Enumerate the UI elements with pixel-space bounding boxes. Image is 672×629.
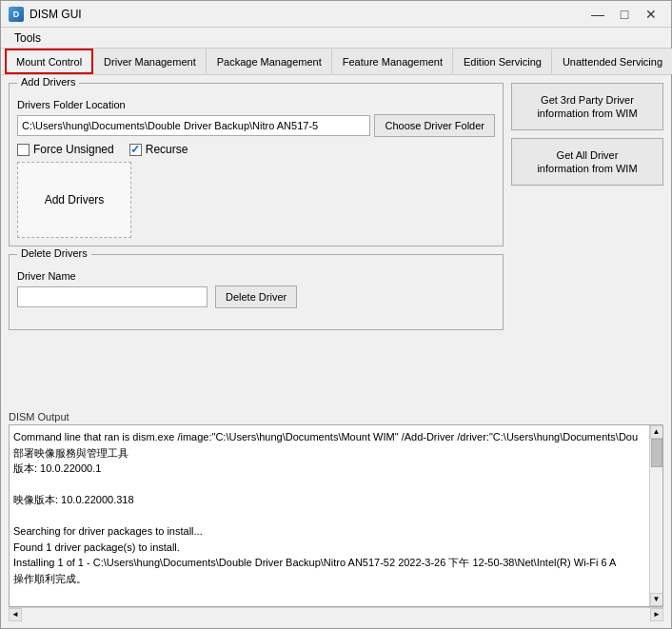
window-controls: — □ ✕	[585, 5, 663, 24]
folder-label: Drivers Folder Location	[17, 99, 495, 110]
scroll-up-arrow[interactable]: ▲	[650, 425, 663, 439]
add-drivers-group: Add Drivers Drivers Folder Location Choo…	[9, 83, 504, 246]
delete-drivers-group-title: Delete Drivers	[17, 247, 91, 259]
force-unsigned-checkbox-item[interactable]: Force Unsigned	[17, 143, 114, 156]
output-line: 版本: 10.0.22000.1	[13, 461, 647, 477]
maximize-button[interactable]: □	[612, 5, 637, 24]
driver-name-input[interactable]	[17, 286, 208, 307]
minimize-button[interactable]: —	[585, 5, 610, 24]
main-window: D DISM GUI — □ ✕ Tools Mount Control Dri…	[0, 0, 672, 629]
content-area: Add Drivers Drivers Folder Location Choo…	[1, 75, 671, 628]
recurse-label: Recurse	[146, 143, 188, 156]
add-drivers-button[interactable]: Add Drivers	[17, 162, 131, 238]
main-panel: Add Drivers Drivers Folder Location Choo…	[9, 83, 663, 403]
get-all-driver-button[interactable]: Get All Driverinformation from WIM	[511, 138, 663, 186]
title-bar: D DISM GUI — □ ✕	[1, 1, 671, 28]
output-line	[13, 508, 647, 524]
add-drivers-group-title: Add Drivers	[17, 76, 79, 88]
folder-input-row: Choose Driver Folder	[17, 114, 495, 137]
app-icon: D	[9, 7, 24, 22]
tab-package-management[interactable]: Package Management	[207, 49, 332, 74]
output-line: Installing 1 of 1 - C:\Users\hung\Docume…	[13, 555, 647, 571]
choose-folder-button[interactable]: Choose Driver Folder	[374, 114, 495, 137]
output-line: Command line that ran is dism.exe /image…	[13, 429, 647, 445]
output-box[interactable]: Command line that ran is dism.exe /image…	[9, 424, 663, 607]
delete-row: Delete Driver	[17, 285, 495, 308]
scroll-thumb[interactable]	[651, 439, 662, 467]
checkmark-icon: ✓	[130, 143, 140, 156]
output-line: 映像版本: 10.0.22000.318	[13, 492, 647, 508]
left-panel: Add Drivers Drivers Folder Location Choo…	[9, 83, 504, 403]
output-line: 操作順利完成。	[13, 571, 647, 587]
add-drivers-btn-container: Add Drivers	[17, 162, 495, 238]
window-title: DISM GUI	[30, 8, 82, 21]
delete-drivers-group: Delete Drivers Driver Name Delete Driver	[9, 254, 504, 330]
output-section: DISM Output Command line that ran is dis…	[9, 411, 663, 620]
output-line	[13, 477, 647, 493]
output-line: Searching for driver packages to install…	[13, 523, 647, 540]
right-panel: Get 3rd Party Driverinformation from WIM…	[511, 83, 663, 403]
driver-name-label: Driver Name	[17, 270, 495, 282]
tab-mount-control[interactable]: Mount Control	[5, 49, 93, 74]
tab-edition-servicing[interactable]: Edition Servicing	[453, 49, 552, 74]
tab-feature-management[interactable]: Feature Management	[332, 49, 453, 74]
tab-driver-management[interactable]: Driver Management	[93, 49, 207, 74]
menu-tools[interactable]: Tools	[9, 29, 47, 47]
menu-bar: Tools	[1, 28, 671, 49]
vertical-scrollbar[interactable]: ▲ ▼	[649, 425, 662, 606]
get-3rd-party-driver-button[interactable]: Get 3rd Party Driverinformation from WIM	[511, 83, 663, 130]
scroll-left-arrow[interactable]: ◄	[9, 608, 22, 621]
force-unsigned-checkbox[interactable]	[17, 144, 30, 156]
checkbox-row: Force Unsigned ✓ Recurse	[17, 143, 495, 156]
output-line: 部署映像服務與管理工具	[13, 445, 647, 462]
folder-input[interactable]	[17, 115, 370, 136]
output-content: Command line that ran is dism.exe /image…	[13, 429, 659, 586]
tab-unattended-servicing[interactable]: Unattended Servicing	[552, 49, 672, 74]
scroll-right-arrow[interactable]: ►	[650, 608, 663, 621]
output-line: Found 1 driver package(s) to install.	[13, 540, 647, 556]
h-scroll-track	[22, 608, 650, 620]
close-button[interactable]: ✕	[639, 5, 663, 24]
scroll-down-arrow[interactable]: ▼	[650, 593, 663, 606]
force-unsigned-label: Force Unsigned	[33, 143, 114, 156]
recurse-checkbox[interactable]: ✓	[129, 144, 142, 156]
scroll-track	[650, 439, 662, 593]
horizontal-scrollbar[interactable]: ◄ ►	[9, 607, 663, 620]
tabs-container: Mount Control Driver Management Package …	[1, 49, 671, 75]
delete-driver-button[interactable]: Delete Driver	[215, 285, 297, 308]
recurse-checkbox-item[interactable]: ✓ Recurse	[129, 143, 188, 156]
title-bar-left: D DISM GUI	[9, 7, 82, 22]
output-label: DISM Output	[9, 411, 663, 423]
